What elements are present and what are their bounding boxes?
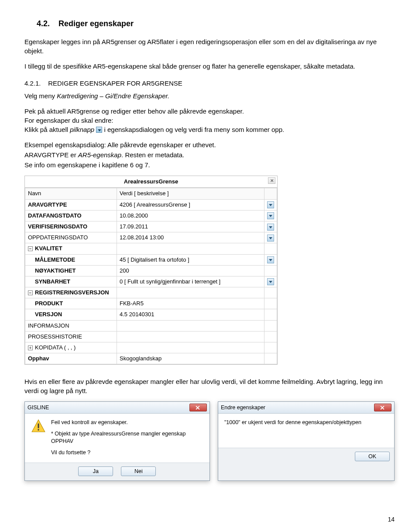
expand-icon[interactable]: + [28, 345, 33, 350]
property-label: MÅLEMETODE [35, 256, 75, 263]
dialog-titlebar: GISLINE [25, 402, 210, 414]
subsection-paragraph-2: Pek på aktuell AR5grense og rediger ette… [24, 107, 395, 116]
property-value[interactable]: 12.08.2014 13:00 [117, 232, 264, 243]
property-label: VERIFISERINGSDATO [28, 223, 87, 230]
svg-rect-1 [38, 424, 39, 428]
dialog-footer: Ja Nei [25, 463, 210, 480]
dialog-body: Feil ved kontroll av egenskaper. * Objek… [25, 414, 210, 463]
property-label: DATAFANGSTDATO [28, 212, 82, 219]
property-name: VERSJON [25, 309, 117, 320]
property-name: +KOPIDATA ( , , ) [25, 342, 117, 353]
dialog-title: Endre egenskaper [221, 404, 265, 412]
dropdown-arrow-icon[interactable] [267, 256, 274, 263]
properties-table: Navn Verdi [ beskrivelse ] ARAVGRTYPE420… [25, 188, 277, 364]
text-fragment: . Resten er metadata. [121, 151, 184, 159]
table-row: OpphavSkogoglandskap [25, 353, 277, 364]
property-arrow-cell [264, 254, 277, 265]
dropdown-arrow-icon[interactable] [267, 201, 274, 208]
text-fragment: Velg meny [24, 92, 57, 100]
property-value[interactable]: 45 [ Digitalisert fra ortofoto ] [117, 254, 264, 265]
table-row: MÅLEMETODE45 [ Digitalisert fra ortofoto… [25, 254, 277, 265]
section-title: Rediger egenskaper [58, 19, 134, 28]
text-fragment: ARAVGRTYPE er [24, 151, 78, 159]
property-arrow-cell [264, 243, 277, 254]
table-row: ARAVGRTYPE4206 [ ArealressursGrense ] [25, 199, 277, 210]
property-arrow-cell [264, 342, 277, 353]
property-value [117, 331, 264, 342]
paragraph-2: I tillegg til de spesifikke AR5-egenskap… [24, 62, 395, 71]
property-arrow-cell [264, 221, 277, 232]
property-name: −KVALITET [25, 243, 117, 254]
property-name: SYNBARHET [25, 276, 117, 287]
properties-panel-title: ArealressursGrense [124, 178, 178, 185]
dropdown-arrow-icon[interactable] [267, 224, 274, 231]
example-line-1: Eksempel egenskapsdialog: Alle påkrevde … [24, 140, 395, 149]
property-name: OPPDATERINGSDATO [25, 232, 117, 243]
property-name: PROSESSHISTORIE [25, 331, 117, 342]
dialog-body: "1000" er ukjent verdi for denne egenska… [218, 414, 394, 448]
svg-rect-2 [38, 429, 39, 431]
property-value[interactable]: 10.08.2000 [117, 210, 264, 221]
property-value[interactable]: Skogoglandskap [117, 353, 264, 364]
property-label: KOPIDATA ( , , ) [35, 344, 76, 351]
close-icon[interactable]: ✕ [268, 177, 275, 184]
section-number: 4.2. [37, 19, 50, 28]
text-fragment: Klikk på aktuell [24, 126, 70, 133]
page-number: 14 [388, 515, 395, 524]
property-label: VERSJON [35, 311, 62, 318]
dialog-footer: OK [218, 448, 394, 466]
property-arrow-cell [264, 320, 277, 331]
property-label: PROSESSHISTORIE [28, 333, 82, 340]
table-row: +KOPIDATA ( , , ) [25, 342, 277, 353]
property-name: INFORMASJON [25, 320, 117, 331]
property-value[interactable]: 4.5 20140301 [117, 309, 264, 320]
property-value[interactable]: 17.09.2011 [117, 221, 264, 232]
dialog-title: GISLINE [27, 404, 49, 412]
property-arrow-cell [264, 210, 277, 221]
ok-button[interactable]: OK [355, 452, 390, 461]
subsection-number: 4.2.1. [24, 79, 41, 87]
dropdown-arrow-icon[interactable] [267, 278, 274, 285]
property-value[interactable]: 0 [ Fullt ut synlig/gjenfinnbar i terren… [117, 276, 264, 287]
dropdown-arrow-icon[interactable] [267, 212, 274, 219]
property-value [117, 342, 264, 353]
dialog-line: * Objekt av type ArealressursGrense mang… [51, 430, 203, 446]
property-name: VERIFISERINGSDATO [25, 221, 117, 232]
properties-panel-header: ArealressursGrense ✕ [25, 176, 277, 188]
table-row: INFORMASJON [25, 320, 277, 331]
property-name: NØYAKTIGHET [25, 265, 117, 276]
dropdown-arrow-icon[interactable] [267, 235, 274, 242]
property-value [117, 243, 264, 254]
property-name: −REGISTRERINGSVERSJON [25, 287, 117, 298]
table-row: −KVALITET [25, 243, 277, 254]
property-arrow-cell [264, 199, 277, 210]
property-value [117, 287, 264, 298]
property-arrow-cell [264, 232, 277, 243]
collapse-icon[interactable]: − [28, 246, 33, 251]
dialog-line: Vil du fortsette ? [51, 449, 203, 457]
property-label: INFORMASJON [28, 322, 69, 329]
paragraph-1: Egenskaper legges inn på AR5grenser og A… [24, 37, 395, 55]
property-arrow-cell [264, 298, 277, 309]
property-value[interactable]: 4206 [ ArealressursGrense ] [117, 199, 264, 210]
close-icon[interactable] [189, 404, 207, 411]
yes-button[interactable]: Ja [78, 466, 113, 476]
properties-panel: ArealressursGrense ✕ Navn Verdi [ beskri… [24, 176, 278, 365]
error-dialog-endre: Endre egenskaper "1000" er ukjent verdi … [218, 401, 395, 481]
warning-icon [31, 419, 46, 434]
table-row: SYNBARHET0 [ Fullt ut synlig/gjenfinnbar… [25, 276, 277, 287]
table-row: VERSJON4.5 20140301 [25, 309, 277, 320]
dialog-titlebar: Endre egenskaper [218, 402, 394, 414]
property-arrow-cell [264, 353, 277, 364]
property-arrow-cell [264, 265, 277, 276]
property-value[interactable]: FKB-AR5 [117, 298, 264, 309]
property-value[interactable]: 200 [117, 265, 264, 276]
collapse-icon[interactable]: − [28, 290, 33, 295]
close-icon[interactable] [374, 404, 392, 411]
dialog-line: Feil ved kontroll av egenskaper. [51, 419, 203, 427]
no-button[interactable]: Nei [121, 466, 156, 476]
table-row: VERIFISERINGSDATO17.09.2011 [25, 221, 277, 232]
property-name: DATAFANGSTDATO [25, 210, 117, 221]
subsection-title: REDIGER EGENSKAPER FOR AR5GRENSE [48, 79, 182, 87]
property-arrow-cell [264, 287, 277, 298]
